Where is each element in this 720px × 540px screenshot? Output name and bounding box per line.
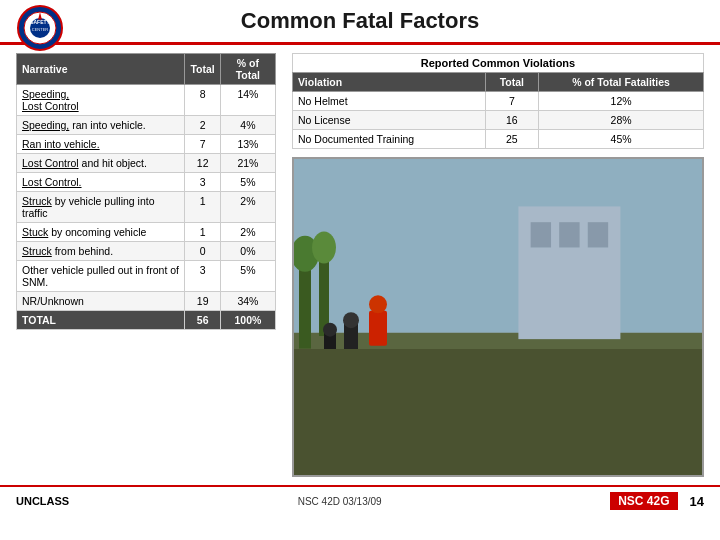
cell-percent: 34%	[220, 292, 275, 311]
cell-total: 1	[185, 223, 220, 242]
cell-narrative: Lost Control.	[17, 173, 185, 192]
svg-point-26	[424, 404, 440, 420]
cell-total: 12	[185, 154, 220, 173]
cell-narrative-total: TOTAL	[17, 311, 185, 330]
table-row: Speeding,Lost Control 8 14%	[17, 85, 276, 116]
cell-narrative: Speeding, ran into vehicle.	[17, 116, 185, 135]
svg-point-12	[312, 231, 336, 263]
page-footer: UNCLASS NSC 42D 03/13/09 NSC 42G 14	[0, 485, 720, 515]
table-row-total: TOTAL 56 100%	[17, 311, 276, 330]
page-header: SAFETY CENTER Common Fatal Factors	[0, 0, 720, 45]
cell-total: 2	[185, 116, 220, 135]
vio-cell-total: 7	[485, 92, 538, 111]
vio-cell-percent: 28%	[539, 111, 704, 130]
cell-total: 3	[185, 261, 220, 292]
cell-total: 1	[185, 192, 220, 223]
svg-rect-7	[294, 333, 702, 475]
violations-title: Reported Common Violations	[292, 53, 704, 72]
cell-percent: 13%	[220, 135, 275, 154]
accident-photo	[292, 157, 704, 477]
table-row: Ran into vehicle. 7 13%	[17, 135, 276, 154]
svg-rect-24	[379, 387, 434, 399]
vio-row: No License 16 28%	[293, 111, 704, 130]
svg-point-18	[323, 323, 337, 337]
cell-percent-total: 100%	[220, 311, 275, 330]
photo-scene	[294, 159, 702, 475]
vio-col-percent: % of Total Fatalities	[539, 73, 704, 92]
cell-total: 8	[185, 85, 220, 116]
table-row: NR/Unknown 19 34%	[17, 292, 276, 311]
main-content: Narrative Total % of Total Speeding,Lost…	[0, 45, 720, 485]
vio-cell-total: 25	[485, 130, 538, 149]
cell-total: 3	[185, 173, 220, 192]
svg-rect-14	[531, 222, 551, 247]
vio-col-violation: Violation	[293, 73, 486, 92]
cell-percent: 4%	[220, 116, 275, 135]
vio-col-total: Total	[485, 73, 538, 92]
cell-total: 0	[185, 242, 220, 261]
cell-narrative: NR/Unknown	[17, 292, 185, 311]
cell-percent: 2%	[220, 192, 275, 223]
cell-percent: 5%	[220, 173, 275, 192]
svg-text:SAFETY: SAFETY	[30, 19, 50, 25]
vio-cell-total: 16	[485, 111, 538, 130]
right-section: Reported Common Violations Violation Tot…	[292, 53, 704, 477]
violations-table: Violation Total % of Total Fatalities No…	[292, 72, 704, 149]
svg-rect-8	[314, 364, 600, 443]
svg-rect-15	[559, 222, 579, 247]
svg-point-23	[374, 395, 434, 415]
svg-point-22	[369, 295, 387, 313]
main-table-section: Narrative Total % of Total Speeding,Lost…	[16, 53, 276, 477]
cell-narrative: Stuck by oncoming vehicle	[17, 223, 185, 242]
table-row: Struck from behind. 0 0%	[17, 242, 276, 261]
col-total: Total	[185, 54, 220, 85]
col-percent: % of Total	[220, 54, 275, 85]
vio-cell-percent: 12%	[539, 92, 704, 111]
cell-percent: 0%	[220, 242, 275, 261]
vio-cell-name: No Documented Training	[293, 130, 486, 149]
table-row: Lost Control and hit object. 12 21%	[17, 154, 276, 173]
logo-icon: SAFETY CENTER	[16, 4, 64, 52]
svg-point-25	[375, 396, 393, 414]
cell-percent: 2%	[220, 223, 275, 242]
cell-narrative: Ran into vehicle.	[17, 135, 185, 154]
cell-percent: 21%	[220, 154, 275, 173]
table-row: Other vehicle pulled out in front of SNM…	[17, 261, 276, 292]
table-row: Struck by vehicle pulling into traffic 1…	[17, 192, 276, 223]
table-row: Speeding, ran into vehicle. 2 4%	[17, 116, 276, 135]
cell-total-total: 56	[185, 311, 220, 330]
cell-narrative: Lost Control and hit object.	[17, 154, 185, 173]
classification-label: UNCLASS	[16, 495, 69, 507]
svg-rect-16	[588, 222, 608, 247]
cell-percent: 5%	[220, 261, 275, 292]
violations-section: Reported Common Violations Violation Tot…	[292, 53, 704, 149]
vio-row: No Documented Training 25 45%	[293, 130, 704, 149]
cell-narrative: Struck by vehicle pulling into traffic	[17, 192, 185, 223]
svg-rect-6	[294, 159, 702, 333]
footer-date: NSC 42D 03/13/09	[298, 496, 382, 507]
table-row: Lost Control. 3 5%	[17, 173, 276, 192]
cell-narrative: Speeding,Lost Control	[17, 85, 185, 116]
svg-text:CENTER: CENTER	[32, 27, 49, 32]
cell-total: 7	[185, 135, 220, 154]
cell-narrative: Other vehicle pulled out in front of SNM…	[17, 261, 185, 292]
page-number: 14	[690, 494, 704, 509]
svg-rect-17	[324, 333, 336, 361]
nsc-badge: NSC 42G	[610, 492, 677, 510]
page-title: Common Fatal Factors	[241, 8, 479, 34]
cell-narrative: Struck from behind.	[17, 242, 185, 261]
cell-percent: 14%	[220, 85, 275, 116]
vio-cell-name: No Helmet	[293, 92, 486, 111]
svg-rect-21	[369, 311, 387, 346]
table-row: Stuck by oncoming vehicle 1 2%	[17, 223, 276, 242]
vio-cell-name: No License	[293, 111, 486, 130]
cell-total: 19	[185, 292, 220, 311]
narrative-table: Narrative Total % of Total Speeding,Lost…	[16, 53, 276, 330]
vio-cell-percent: 45%	[539, 130, 704, 149]
svg-point-20	[343, 312, 359, 328]
col-narrative: Narrative	[17, 54, 185, 85]
vio-row: No Helmet 7 12%	[293, 92, 704, 111]
